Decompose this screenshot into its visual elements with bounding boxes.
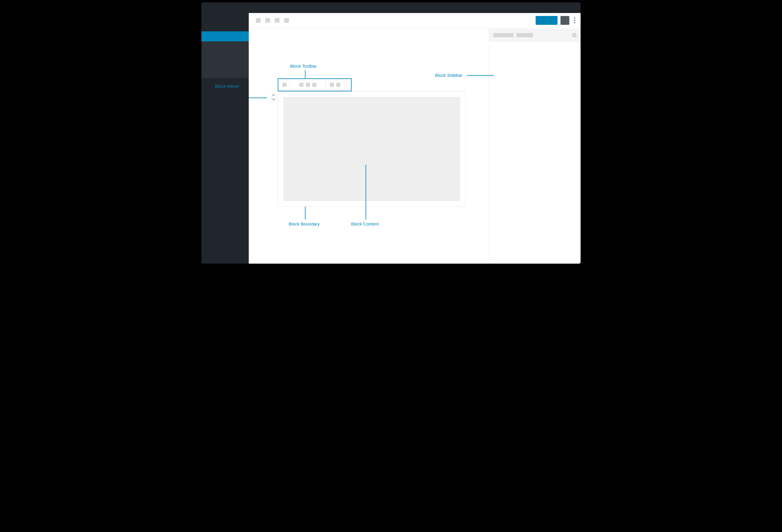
block-content[interactable] [283, 97, 460, 201]
admin-sidebar-active-item[interactable] [202, 31, 249, 41]
top-toolbar-left-group [256, 18, 289, 23]
toolbar-icon-placeholder[interactable] [275, 18, 280, 23]
block-toolbar-icon[interactable] [306, 83, 310, 87]
block-toolbar-icon[interactable] [312, 83, 316, 87]
app-viewport: Block Mover [202, 2, 580, 264]
block-toolbar-group [290, 80, 326, 90]
toolbar-icon-placeholder[interactable] [256, 18, 260, 23]
sidebar-close-icon[interactable] [572, 33, 576, 37]
editor-panel: Block Toolbar Block Sidebar [249, 13, 580, 264]
sidebar-tab-placeholder[interactable] [517, 33, 533, 37]
sidebar-tab-placeholder[interactable] [493, 33, 513, 37]
connector [249, 98, 267, 98]
primary-action-button[interactable] [536, 16, 558, 25]
toolbar-icon-placeholder[interactable] [284, 18, 289, 23]
editor-top-toolbar [249, 13, 580, 28]
block-toolbar [278, 78, 352, 91]
more-menu-icon[interactable] [572, 17, 577, 23]
annotation-block-sidebar: Block Sidebar [435, 73, 463, 78]
sidebar-tabs [489, 29, 580, 42]
chevron-up-icon[interactable] [272, 94, 276, 97]
settings-toggle-button[interactable] [561, 16, 569, 25]
block-toolbar-group [279, 80, 290, 90]
top-toolbar-right-group [536, 16, 577, 25]
block-toolbar-icon[interactable] [330, 83, 334, 87]
toolbar-icon-placeholder[interactable] [265, 18, 270, 23]
block-toolbar-icon[interactable] [299, 83, 304, 87]
annotation-block-boundary: Block Boundary [289, 221, 320, 226]
connector [305, 206, 306, 220]
block-toolbar-more-icon[interactable] [344, 80, 350, 90]
diagram-frame: Block Mover [196, 0, 586, 266]
block-mover [271, 94, 277, 101]
admin-sidebar [202, 2, 249, 264]
annotation-block-mover: Block Mover [215, 84, 240, 89]
editor-canvas: Block Toolbar Block Sidebar [249, 29, 489, 264]
connector [467, 75, 494, 76]
chevron-down-icon[interactable] [272, 98, 276, 101]
annotation-block-toolbar: Block Toolbar [290, 64, 317, 69]
block-toolbar-icon[interactable] [282, 83, 287, 87]
connector [305, 70, 306, 78]
annotation-block-content: Block Content [351, 221, 379, 226]
block-toolbar-icon[interactable] [336, 83, 341, 87]
block-sidebar [489, 29, 580, 264]
block-toolbar-group [326, 80, 344, 90]
connector [365, 165, 366, 220]
admin-sidebar-submenu [202, 41, 249, 78]
block-boundary[interactable] [278, 91, 466, 206]
